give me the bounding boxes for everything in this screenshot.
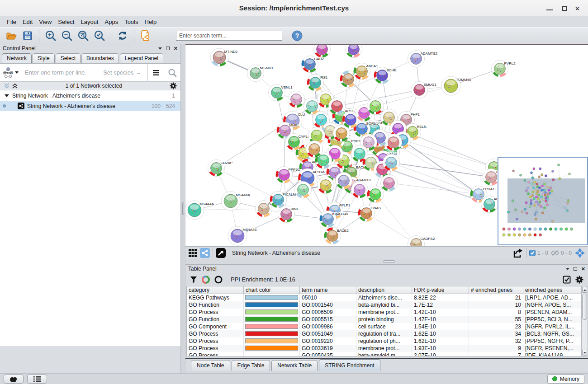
share-network-icon[interactable] <box>200 248 210 258</box>
network-node[interactable]: CADPS2 <box>408 236 435 247</box>
enrichment-row[interactable]: GO ProcessGO:0019220regulation of ph...1… <box>187 337 581 345</box>
enrichment-table[interactable]: categorychart colorterm namedescriptionF… <box>186 286 582 356</box>
network-node[interactable]: BIN1 <box>278 206 299 223</box>
navigator-icon[interactable] <box>574 248 585 258</box>
enrichment-row[interactable]: GO FunctionGO:0005515protein binding1.47… <box>187 316 581 323</box>
help-button[interactable]: ? <box>290 29 304 42</box>
term-input[interactable] <box>21 69 103 76</box>
network-node[interactable]: KIAA1149 <box>320 211 349 228</box>
close-icon[interactable]: × <box>575 6 582 11</box>
expand-all-icon[interactable] <box>12 83 18 89</box>
scrollbar-thumb[interactable] <box>582 294 587 320</box>
network-node[interactable]: CD2AP <box>208 160 233 177</box>
network-node[interactable] <box>346 45 362 58</box>
tab-style[interactable]: Style <box>33 53 55 63</box>
scroll-up-button[interactable] <box>582 287 587 293</box>
tab-legend-panel[interactable]: Legend Panel <box>120 53 163 63</box>
tab-network[interactable]: Network <box>2 53 32 63</box>
enrichment-row[interactable]: GO ProcessGO:0051049regulation of tra...… <box>187 330 581 337</box>
cloud-tasks-button[interactable] <box>4 375 24 384</box>
menu-item-file[interactable]: File <box>4 17 19 27</box>
network-node[interactable] <box>383 155 400 171</box>
enrichment-row[interactable]: GO FunctionGO:0001540beta-amyloid bi...1… <box>187 301 581 309</box>
save-session-button[interactable] <box>21 29 34 42</box>
string-search-button[interactable] <box>164 64 180 81</box>
donut-ring-icon[interactable] <box>214 276 223 284</box>
network-canvas[interactable]: MT-ND2MT-ND1VSNL1GAB2IRS1CHATABCA1BCHEAD… <box>185 44 588 246</box>
string-options-button[interactable] <box>148 64 164 81</box>
network-node[interactable]: TOMM40 <box>441 76 471 95</box>
splitter-handle[interactable] <box>383 260 395 263</box>
network-node[interactable] <box>329 98 346 115</box>
filter-icon[interactable] <box>190 276 197 283</box>
scroll-down-button[interactable] <box>582 350 587 356</box>
import-network-button[interactable] <box>139 29 152 42</box>
tree-expander-icon[interactable] <box>5 94 9 97</box>
species-hint[interactable]: Set species → <box>103 69 147 76</box>
pie-chart-icon[interactable] <box>202 276 210 284</box>
column-header-termname[interactable]: term name <box>300 286 356 294</box>
menu-item-select[interactable]: Select <box>55 17 77 27</box>
zoom-selected-button[interactable] <box>93 29 106 42</box>
task-history-button[interactable] <box>27 375 47 384</box>
panel-splitter[interactable] <box>181 44 185 373</box>
network-node[interactable]: SMUG1 <box>411 82 437 98</box>
enrichment-row[interactable]: KEGG Pathways05010Alzheimer's dise...8.8… <box>187 294 581 301</box>
network-node[interactable]: BCHE <box>374 67 397 84</box>
panel-float-icon[interactable] <box>574 267 577 271</box>
network-collection-row[interactable]: String Network - Alzheimer's disease 1 <box>0 90 180 101</box>
string-protein-query-button[interactable]: STRING <box>0 64 21 81</box>
network-node[interactable]: PPP5C <box>276 167 300 183</box>
gear-icon[interactable] <box>575 276 583 284</box>
zoom-in-button[interactable] <box>44 29 57 42</box>
network-node[interactable] <box>381 175 398 192</box>
table-splitter[interactable] <box>185 259 588 264</box>
menu-item-edit[interactable]: Edit <box>19 17 36 27</box>
tab-boundaries[interactable]: Boundaries <box>81 53 119 63</box>
network-node[interactable] <box>351 182 368 198</box>
search-input[interactable] <box>176 31 282 41</box>
network-node[interactable]: PVRL2 <box>492 61 516 77</box>
column-header-category[interactable]: category <box>187 286 244 294</box>
column-header-description[interactable]: description <box>356 286 412 294</box>
enrichment-row[interactable]: GO ProcessGO:0006509membrane prot...1.42… <box>187 309 581 316</box>
zoom-out-button[interactable] <box>60 29 74 42</box>
open-in-new-icon[interactable] <box>216 248 226 258</box>
column-header-FDRp-value[interactable]: FDR p-value <box>412 286 469 294</box>
network-node[interactable] <box>306 141 323 158</box>
network-node[interactable] <box>295 182 312 198</box>
splitter-handle[interactable] <box>182 202 184 215</box>
network-node[interactable]: MS4A4E <box>228 226 257 245</box>
network-node[interactable] <box>336 173 352 189</box>
network-node[interactable] <box>314 45 331 58</box>
panel-close-icon[interactable]: ✕ <box>174 47 178 50</box>
column-header-enrichedgenes[interactable]: enriched genes <box>523 286 581 294</box>
network-node[interactable] <box>367 98 384 115</box>
tab-edge-table[interactable]: Edge Table <box>232 360 270 371</box>
enrichment-row[interactable]: GO ProcessGO:0033619membrane prot...1.93… <box>187 345 581 352</box>
table-scrollbar[interactable] <box>581 286 588 356</box>
memory-button[interactable]: Memory <box>547 375 584 384</box>
panel-menu-icon[interactable] <box>566 268 569 270</box>
eye-hidden-icon[interactable] <box>551 250 559 256</box>
network-node[interactable]: GNAS <box>358 205 381 222</box>
network-row-selected[interactable]: String Network - Alzheimer's disease 100… <box>0 101 180 111</box>
birds-eye-overview[interactable] <box>498 157 588 245</box>
network-node[interactable]: GAB2 <box>302 56 324 73</box>
panel-float-icon[interactable] <box>166 47 170 50</box>
enrichment-row[interactable]: GO ComponentGO:0009986cell surface1.54E-… <box>187 323 581 330</box>
menu-item-view[interactable]: View <box>36 17 55 27</box>
menu-item-tools[interactable]: Tools <box>121 17 141 27</box>
network-node[interactable] <box>288 91 305 108</box>
export-network-icon[interactable] <box>512 248 523 258</box>
tab-node-table[interactable]: Node Table <box>191 360 230 371</box>
tab-string-enrichment[interactable]: STRING Enrichment <box>319 359 380 371</box>
enrichment-row[interactable]: GO ProcessGO:0050435beta-amyloid m...2.0… <box>187 352 581 356</box>
column-header-chartcolor[interactable]: chart color <box>244 286 300 294</box>
maximize-icon[interactable] <box>562 6 567 11</box>
menu-item-apps[interactable]: Apps <box>102 17 122 27</box>
minimize-icon[interactable] <box>546 6 553 11</box>
network-node[interactable] <box>318 177 334 194</box>
select-columns-icon[interactable] <box>563 276 571 284</box>
column-header-enrichedgenes[interactable]: # enriched genes <box>469 286 523 294</box>
